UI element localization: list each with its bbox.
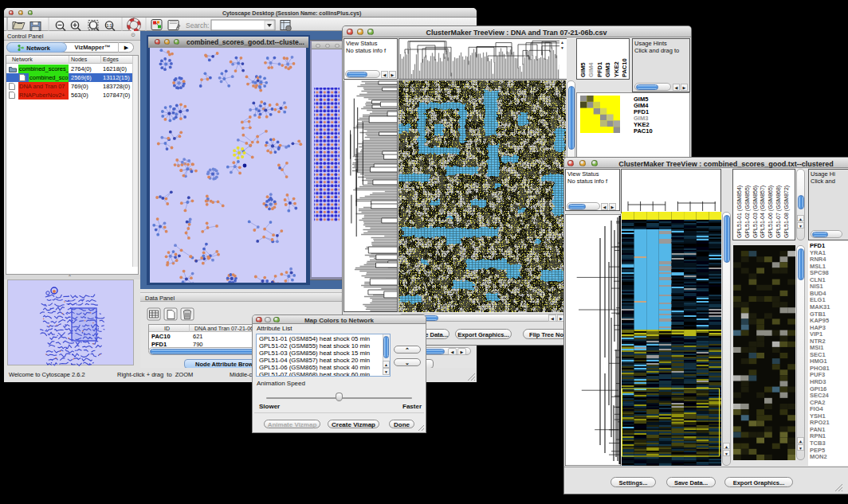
svg-text:Search:: Search:	[186, 21, 209, 29]
svg-text:1:1: 1:1	[106, 23, 112, 28]
